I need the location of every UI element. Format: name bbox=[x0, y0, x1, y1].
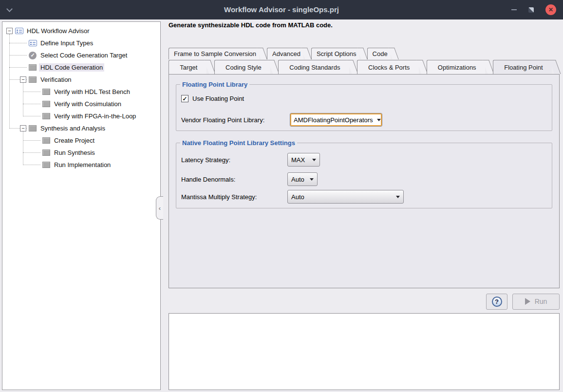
dropdown-value: MAX bbox=[291, 156, 305, 164]
tab-label: Advanced bbox=[272, 50, 300, 57]
tab-frame-to-sample-conversion[interactable]: Frame to Sample Conversion bbox=[169, 48, 259, 59]
restore-window-icon[interactable] bbox=[528, 7, 534, 13]
tree-connector bbox=[34, 134, 41, 147]
latency-strategy-dropdown[interactable]: MAX bbox=[287, 153, 320, 167]
use-floating-point-label: Use Floating Point bbox=[192, 95, 244, 102]
tab-label: Optimizations bbox=[438, 64, 476, 71]
tree-item-verification[interactable]: −Verification bbox=[2, 74, 160, 86]
tab-label: Floating Point bbox=[504, 64, 543, 71]
native-floating-point-settings-group: Native Floating Point Library Settings L… bbox=[176, 143, 552, 208]
use-floating-point-row: ✓ Use Floating Point bbox=[181, 95, 244, 102]
floating-point-library-group: Floating Point Library ✓ Use Floating Po… bbox=[176, 84, 552, 131]
collapse-panel-button[interactable]: ‹ bbox=[156, 196, 163, 220]
dropdown-value: Auto bbox=[291, 193, 304, 201]
vendor-library-label: Vendor Floating Point Library: bbox=[181, 116, 264, 124]
tab-label: Frame to Sample Conversion bbox=[174, 50, 256, 57]
handle-denormals-label: Handle Denormals: bbox=[181, 176, 235, 183]
dropdown-arrow-icon bbox=[396, 196, 400, 198]
tree-item-label: HDL Code Generation bbox=[39, 63, 104, 72]
tree-connector bbox=[34, 159, 41, 171]
mantissa-multiply-strategy-row: Mantissa Multiply Strategy:Auto bbox=[181, 190, 547, 204]
close-icon[interactable]: ✕ bbox=[545, 4, 556, 15]
run-button[interactable]: Run bbox=[512, 294, 560, 310]
tree-connector bbox=[20, 49, 28, 61]
tab-label: Code bbox=[373, 50, 388, 57]
mantissa-multiply-strategy-label: Mantissa Multiply Strategy: bbox=[181, 193, 257, 201]
minus-expander-icon[interactable]: − bbox=[20, 125, 26, 131]
dropdown-arrow-icon bbox=[377, 119, 381, 121]
tab-target[interactable]: Target bbox=[169, 60, 206, 74]
tree-connector: − bbox=[20, 122, 28, 134]
titlebar[interactable]: Workflow Advisor - singleOps.prj ✕ bbox=[0, 0, 563, 19]
tab-script-options[interactable]: Script Options bbox=[311, 48, 359, 59]
group-title: Floating Point Library bbox=[180, 81, 249, 88]
tree-item-define-input-types[interactable]: Define Input Types bbox=[2, 37, 160, 49]
tree-connector-line bbox=[23, 131, 23, 165]
tree-connector bbox=[34, 86, 41, 98]
tree-connector: − bbox=[6, 25, 14, 37]
tree-item-run-implementation[interactable]: Run Implementation bbox=[2, 159, 160, 171]
task-square-icon bbox=[41, 110, 51, 122]
tab-row-lower: TargetCoding StyleCoding StandardsClocks… bbox=[169, 60, 560, 74]
tree-item-label: Synthesis and Analysis bbox=[39, 124, 107, 132]
tab-optimizations[interactable]: Optimizations bbox=[427, 60, 485, 74]
dropdown-arrow-icon bbox=[312, 159, 316, 161]
task-square-icon bbox=[28, 74, 38, 86]
tree-item-label: Verify with FPGA-in-the-Loop bbox=[53, 112, 137, 120]
tab-coding-standards[interactable]: Coding Standards bbox=[278, 60, 349, 74]
tree-item-synthesis-and-analysis[interactable]: −Synthesis and Analysis bbox=[2, 122, 160, 134]
task-list-icon bbox=[14, 25, 24, 37]
tree-item-verify-with-cosimulation[interactable]: Verify with Cosimulation bbox=[2, 98, 160, 110]
latency-strategy-row: Latency Strategy:MAX bbox=[181, 153, 547, 167]
workflow-tree: −HDL Workflow AdvisorDefine Input Types✓… bbox=[2, 22, 160, 390]
tree-item-verify-with-fpga-in-the-loop[interactable]: Verify with FPGA-in-the-Loop bbox=[2, 110, 160, 122]
use-floating-point-checkbox[interactable]: ✓ bbox=[181, 95, 188, 102]
handle-denormals-dropdown[interactable]: Auto bbox=[287, 172, 318, 186]
tree-item-run-synthesis[interactable]: Run Synthesis bbox=[2, 147, 160, 159]
minimize-icon[interactable] bbox=[511, 9, 517, 10]
dropdown-value: Auto bbox=[291, 176, 304, 183]
tree-item-label: Define Input Types bbox=[39, 39, 94, 47]
workflow-advisor-window: Workflow Advisor - singleOps.prj ✕ −HDL … bbox=[0, 0, 563, 392]
minus-expander-icon[interactable]: − bbox=[6, 28, 13, 34]
tab-coding-style[interactable]: Coding Style bbox=[214, 60, 270, 74]
task-action-bar: ? Run bbox=[486, 291, 560, 312]
chevron-down-icon[interactable] bbox=[7, 6, 13, 12]
handle-denormals-row: Handle Denormals:Auto bbox=[181, 172, 547, 186]
help-button[interactable]: ? bbox=[486, 294, 507, 310]
minus-expander-icon[interactable]: − bbox=[20, 76, 26, 83]
vendor-library-dropdown[interactable]: AMDFloatingPointOperators bbox=[290, 113, 382, 127]
task-square-icon bbox=[28, 61, 38, 74]
vendor-library-row: Vendor Floating Point Library: AMDFloati… bbox=[181, 113, 547, 127]
tab-code[interactable]: Code bbox=[367, 48, 391, 59]
tab-label: Script Options bbox=[317, 50, 357, 57]
tab-row-upper: Frame to Sample ConversionAdvancedScript… bbox=[169, 48, 398, 59]
floating-point-tab-panel: Floating Point Library ✓ Use Floating Po… bbox=[169, 74, 560, 288]
tree-item-select-code-generation-target[interactable]: ✓Select Code Generation Target bbox=[2, 49, 160, 61]
tab-advanced[interactable]: Advanced bbox=[267, 48, 303, 59]
task-square-icon bbox=[28, 122, 38, 134]
task-square-icon bbox=[41, 98, 51, 110]
latency-strategy-label: Latency Strategy: bbox=[181, 156, 230, 164]
tree-connector bbox=[34, 110, 41, 122]
mantissa-multiply-strategy-dropdown[interactable]: Auto bbox=[287, 190, 404, 204]
tab-label: Coding Standards bbox=[289, 64, 340, 71]
tab-floating-point[interactable]: Floating Point bbox=[493, 60, 552, 74]
tab-label: Target bbox=[180, 64, 197, 71]
tree-item-create-project[interactable]: Create Project bbox=[2, 134, 160, 147]
task-square-icon bbox=[41, 134, 51, 147]
tree-connector bbox=[20, 37, 28, 49]
task-list-icon bbox=[28, 37, 38, 49]
collapse-left-icon: ‹ bbox=[159, 205, 161, 212]
tree-item-label: Verification bbox=[39, 75, 73, 84]
tree-item-label: Select Code Generation Target bbox=[39, 51, 129, 59]
tree-connector-line bbox=[9, 34, 10, 129]
task-square-icon bbox=[41, 86, 51, 98]
message-output-area[interactable] bbox=[169, 313, 560, 390]
tree-item-hdl-workflow-advisor[interactable]: −HDL Workflow Advisor bbox=[2, 25, 160, 37]
run-button-label: Run bbox=[535, 298, 547, 305]
tree-item-verify-with-hdl-test-bench[interactable]: Verify with HDL Test Bench bbox=[2, 86, 160, 98]
tree-item-hdl-code-generation[interactable]: HDL Code Generation bbox=[2, 61, 160, 74]
workflow-tree-panel: −HDL Workflow AdvisorDefine Input Types✓… bbox=[2, 21, 161, 390]
tab-clocks-ports[interactable]: Clocks & Ports bbox=[357, 60, 419, 74]
